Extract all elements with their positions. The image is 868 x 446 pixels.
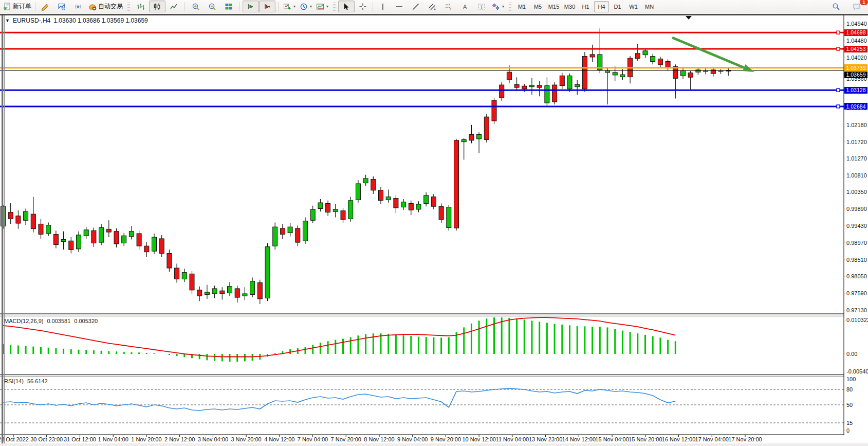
add-indicator-icon [283,3,291,11]
group-handle[interactable] [509,3,511,11]
time-axis-label: 7 Nov 04:00 [298,436,328,442]
timeframe-button-M1[interactable]: M1 [514,1,529,12]
templates-button[interactable]: ▾ [314,1,330,12]
price-tick-label: 0.97590 [846,290,867,296]
broadcast-icon [74,3,82,11]
text-label-button[interactable]: T [473,1,490,12]
zoom-group [187,0,238,13]
indicators-button[interactable]: ▾ [281,1,298,12]
charts-button[interactable] [53,1,70,12]
time-axis-label: 9 Nov 20:00 [431,436,461,442]
separator [239,2,240,11]
zoom-in-icon [192,3,200,11]
timeframe-button-H1[interactable]: H1 [578,1,593,12]
crayon-button[interactable] [37,1,53,12]
dropdown-caret: ▾ [326,4,328,9]
new-order-button[interactable]: 新订单 [1,1,33,12]
chart-window-icon [58,3,66,11]
group-handle[interactable] [127,3,130,11]
price-tick-label: 1.01720 [846,139,867,145]
tile-windows-icon [225,3,233,11]
shapes-icon [492,3,500,11]
candlestick-chart-button[interactable] [149,1,165,12]
chart-shift-icon [263,3,271,11]
signals-button[interactable] [70,1,86,12]
cursor-button[interactable] [338,1,355,12]
price-tick-label: 1.00810 [846,172,867,179]
price-tick-label: 1.04020 [846,55,867,61]
line-chart-button[interactable] [165,1,182,12]
price-tick-label: 0.99430 [846,223,867,229]
timeframe-button-D1[interactable]: D1 [610,1,625,12]
svg-text:T: T [481,4,484,9]
price-tick-label: 0.98050 [846,273,867,279]
time-axis-label: 8 Nov 12:00 [364,436,394,442]
timeframe-button-M15[interactable]: M15 [546,1,561,12]
time-axis-label: 9 Nov 04:00 [397,436,428,442]
axis-ticks [13,24,846,437]
chart-ohlc-values: 1.03630 1.03686 1.03569 1.03659 [53,17,148,24]
arrows-shapes-button[interactable]: ▾ [490,1,506,12]
time-axis-label: 2 Nov 12:00 [164,436,195,442]
timeframe-button-M30[interactable]: M30 [562,1,577,12]
chart-dropdown-icon[interactable]: ▼ [5,18,10,23]
time-axis-label: 17 Nov 04:00 [695,436,729,442]
bar-chart-button[interactable] [133,1,149,12]
time-axis-label: 15 Nov 20:00 [629,436,662,442]
price-level-badge-1.03128: 1.03128 [844,87,867,94]
trend-arrow[interactable] [672,38,754,72]
crosshair-button[interactable] [355,1,371,12]
chart-shift-button[interactable] [259,1,275,12]
price-axis[interactable]: 1.049401.044801.040201.035601.031001.026… [844,15,868,443]
macd-indicator-label: MACD(12,26,9) 0.003581 0.005320 [4,318,98,324]
candlestick-chart-icon [153,3,161,11]
equidistant-channel-button[interactable]: E [424,1,440,12]
timeframe-group: M1M5M15M30H1H4D1W1MN [513,0,658,13]
macd-signal-line [3,317,675,356]
trendline-button[interactable] [408,1,424,12]
horizontal-line-button[interactable] [391,1,408,12]
time-axis-label: 31 Oct 12:00 [64,436,96,442]
time-axis-label: 1 Nov 04:00 [98,436,128,442]
horizontal-lines-layer[interactable] [0,31,844,108]
time-axis-label: 10 Nov 12:00 [462,436,495,442]
rsi-axis-label: 80 [846,386,853,393]
autotrading-label: 自动交易 [98,2,123,11]
notifications-button[interactable]: 1 [848,1,865,12]
svg-text:A: A [463,4,467,10]
separator [373,2,373,11]
auto-scroll-button[interactable] [243,1,259,12]
tile-windows-button[interactable] [220,1,237,12]
main-toolbar: 新订单 [0,0,868,13]
autotrading-button[interactable]: 自动交易 [86,1,125,12]
rsi-axis-label: 15 [846,420,853,426]
chart-window-left-edge [2,15,3,443]
line-handle [837,31,840,34]
timeframe-button-M5[interactable]: M5 [530,1,545,12]
group-handle[interactable] [333,3,336,11]
search-button[interactable] [828,1,844,12]
price-chart-canvas[interactable] [0,0,868,446]
trade-group: 新订单 [0,0,126,13]
separator [184,2,185,11]
periods-button[interactable]: ▾ [298,1,314,12]
fibonacci-button[interactable]: F [440,1,457,12]
vertical-line-button[interactable] [375,1,391,12]
zoom-out-button[interactable] [204,1,220,12]
rsi-axis-label: 100 [846,376,856,382]
new-order-label: 新订单 [13,2,31,11]
fibonacci-icon: F [445,3,453,11]
dropdown-caret: ▾ [293,4,296,9]
chat-bubble-icon [853,3,861,11]
timeframe-button-W1[interactable]: W1 [626,1,641,12]
price-level-badge-1.04698: 1.04698 [844,29,867,36]
rsi-name: RSI(14) [4,378,24,384]
timeframe-button-H4[interactable]: H4 [594,1,609,12]
time-axis-label: 17 Nov 20:00 [728,436,762,442]
rsi-indicator-label: RSI(14) 56.6142 [4,378,48,384]
chart-shift-marker[interactable] [686,16,692,20]
zoom-in-button[interactable] [188,1,204,12]
timeframe-button-MN[interactable]: MN [642,1,657,12]
time-axis-label: 30 Oct 23:00 [30,436,63,442]
text-button[interactable]: A [457,1,473,12]
